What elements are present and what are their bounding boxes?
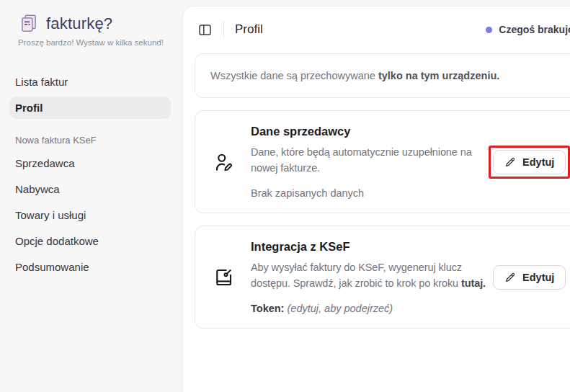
token-value: (edytuj, aby podejrzeć) bbox=[287, 303, 393, 314]
sidebar-section-label: Nowa faktura KSeF bbox=[9, 122, 171, 152]
sidebar: fakturkę? Proszę bardzo! Wystaw w kilka … bbox=[0, 0, 182, 392]
brand-title: fakturkę? bbox=[46, 14, 112, 33]
sidebar-item-podsumowanie[interactable]: Podsumowanie bbox=[9, 256, 171, 278]
card-action: Edytuj bbox=[493, 150, 566, 174]
card-body: Dane sprzedawcy Dane, które będą automat… bbox=[251, 125, 486, 199]
document-edit-icon bbox=[210, 267, 237, 288]
sidebar-toggle-button[interactable] bbox=[196, 21, 214, 39]
invoice-logo-icon bbox=[18, 13, 40, 35]
brand-tagline: Proszę bardzo! Wystaw w kilka sekund! bbox=[18, 38, 172, 47]
card-description: Dane, które będą automatycznie uzupełnio… bbox=[251, 144, 486, 176]
card-action: Edytuj bbox=[493, 265, 566, 290]
token-label: Token: bbox=[251, 303, 284, 314]
header-divider bbox=[223, 22, 224, 37]
sidebar-item-lista-faktur[interactable]: Lista faktur bbox=[9, 71, 171, 93]
person-edit-icon bbox=[210, 151, 237, 173]
token-row: Token: (edytuj, aby podejrzeć) bbox=[251, 303, 486, 314]
card-status: Brak zapisanych danych bbox=[251, 187, 486, 199]
edit-ksef-button[interactable]: Edytuj bbox=[493, 265, 566, 290]
privacy-banner: Wszystkie dane są przechowywane tylko na… bbox=[195, 53, 570, 98]
sidebar-item-opcje-dodatkowe[interactable]: Opcje dodatkowe bbox=[9, 230, 171, 252]
card-dane-sprzedawcy: Dane sprzedawcy Dane, które będą automat… bbox=[195, 110, 570, 213]
panel-header: Profil Czegoś brakuje? bbox=[195, 12, 570, 47]
banner-text-bold: tylko na tym urządzeniu. bbox=[378, 70, 499, 81]
tutaj-link[interactable]: tutaj. bbox=[461, 277, 486, 289]
feedback-label: Czegoś brakuje? bbox=[499, 24, 570, 35]
card-description: Aby wysyłać faktury do KSeF, wygeneruj k… bbox=[251, 259, 486, 291]
main-panel: Profil Czegoś brakuje? Wszystkie dane są… bbox=[182, 6, 570, 392]
brand: fakturkę? Proszę bardzo! Wystaw w kilka … bbox=[0, 13, 182, 47]
pencil-icon bbox=[504, 272, 516, 283]
card-title: Dane sprzedawcy bbox=[251, 125, 486, 138]
edit-button-label: Edytuj bbox=[522, 156, 554, 168]
sidebar-item-nabywca[interactable]: Nabywca bbox=[9, 178, 171, 200]
edit-button-label: Edytuj bbox=[522, 272, 554, 283]
sidebar-item-sprzedawca[interactable]: Sprzedawca bbox=[9, 152, 171, 174]
sidebar-toggle-icon bbox=[197, 22, 213, 37]
edit-seller-button[interactable]: Edytuj bbox=[493, 150, 566, 174]
app-root: fakturkę? Proszę bardzo! Wystaw w kilka … bbox=[0, 0, 570, 392]
sidebar-nav: Lista faktur Profil Nowa faktura KSeF Sp… bbox=[0, 71, 182, 278]
card-integracja-ksef: Integracja z KSeF Aby wysyłać faktury do… bbox=[195, 226, 570, 329]
feedback-link[interactable]: Czegoś brakuje? bbox=[486, 24, 570, 35]
status-dot-icon bbox=[486, 27, 492, 33]
page-title: Profil bbox=[235, 22, 263, 37]
card-body: Integracja z KSeF Aby wysyłać faktury do… bbox=[251, 240, 486, 314]
sidebar-item-profil[interactable]: Profil bbox=[9, 97, 171, 119]
pencil-icon bbox=[504, 156, 516, 168]
sidebar-item-towary-i-uslugi[interactable]: Towary i usługi bbox=[9, 204, 171, 226]
banner-text: Wszystkie dane są przechowywane tylko na… bbox=[210, 70, 499, 81]
card-title: Integracja z KSeF bbox=[251, 240, 486, 254]
